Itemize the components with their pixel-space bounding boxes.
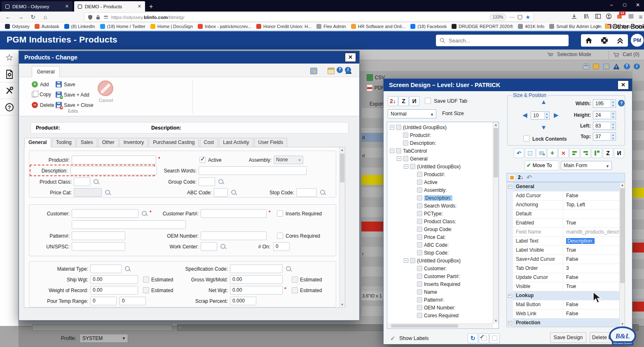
selected-value[interactable]: Description: [566, 238, 595, 244]
tree-horizontal-scrollbar[interactable] [388, 323, 493, 328]
height-input[interactable]: 24▲▼ [593, 111, 616, 119]
property-row[interactable]: Web LinkFalse [507, 309, 619, 319]
tree-checkbox[interactable] [403, 132, 408, 138]
tree-checkbox[interactable] [417, 203, 422, 208]
new-tab-button[interactable]: + [149, 1, 153, 12]
property-row[interactable]: Tab Order3 [507, 264, 619, 273]
app-search[interactable] [436, 35, 569, 46]
sidebar-help-button[interactable]: ? [0, 99, 19, 116]
reverse-order-button[interactable]: И [409, 96, 419, 106]
tree-checkbox[interactable] [417, 195, 422, 201]
reload-icon[interactable]: ↻ [28, 13, 38, 21]
num-on-input[interactable]: 0 [273, 242, 290, 251]
collapse-icon[interactable]: − [397, 156, 401, 161]
save-design-button[interactable]: Save Design [550, 332, 586, 343]
property-row[interactable]: Label TextDescription: [507, 237, 619, 246]
tree-checkbox[interactable] [396, 148, 401, 153]
nudge-down-icon[interactable]: ▼ [541, 125, 547, 130]
top-input[interactable]: 37▲▼ [593, 132, 616, 141]
tree-item[interactable]: Description: [388, 139, 493, 147]
marquee-select-icon[interactable] [525, 148, 535, 158]
reverse-z-order-icon[interactable]: И [614, 148, 624, 158]
selection-mode-button[interactable]: Selection Mode [557, 52, 591, 57]
bookmark-star-icon[interactable]: ★ [525, 14, 530, 20]
scrap-percent-input[interactable]: 0.000 [230, 297, 256, 305]
form-tab-other[interactable]: Other [98, 138, 119, 147]
uncheck-all-button[interactable] [489, 333, 500, 343]
property-category[interactable]: −Protection [507, 319, 619, 327]
align-left-icon[interactable] [569, 148, 580, 158]
tree-item[interactable]: Pattern#: [388, 296, 493, 304]
refresh-button[interactable]: ↻ [468, 333, 478, 343]
page-actions-icon[interactable]: ⋯ [509, 14, 515, 20]
help-icon[interactable]: ? [624, 64, 630, 69]
work-center-input[interactable] [201, 242, 217, 251]
property-value[interactable]: True [563, 219, 619, 227]
tree-checkbox[interactable] [417, 227, 422, 232]
pour-temp-high-input[interactable]: 0 [119, 297, 146, 305]
property-row[interactable]: VisibleTrue [507, 282, 619, 291]
spinner[interactable]: ▲▼ [611, 100, 615, 107]
tree-item[interactable]: Cores Required [388, 312, 493, 319]
tree-checkbox[interactable] [417, 297, 422, 302]
support-icon[interactable] [600, 36, 609, 45]
grid-row-yellow[interactable] [361, 175, 385, 185]
sidebar-favorites-button[interactable]: ☆ [0, 50, 19, 66]
assembly-select[interactable]: None [274, 156, 303, 164]
nudge-right-icon[interactable]: ▶ [554, 112, 559, 118]
save-close-button[interactable]: ✕Save + Close [56, 102, 94, 108]
property-scrollbar[interactable]: ▲ ▼ [619, 182, 625, 327]
screenshot-icon[interactable] [310, 68, 317, 74]
collapse-icon[interactable]: − [508, 185, 512, 189]
tree-item[interactable]: Customer Part#: [388, 272, 493, 280]
sidebar-settings-button[interactable] [0, 66, 19, 83]
home-icon[interactable]: ⌂ [40, 13, 50, 21]
property-value[interactable]: False [563, 300, 619, 309]
csv-export-button[interactable]: CSV [367, 73, 385, 81]
tree-checkbox[interactable] [403, 156, 408, 161]
form-tab-user-fields[interactable]: User Fields [254, 138, 288, 147]
sidebar-toggle-icon[interactable] [593, 13, 602, 21]
tree-item[interactable]: Price Cat: [388, 233, 493, 241]
scroll-up-icon[interactable]: ▲ [340, 147, 345, 153]
unspsc-input[interactable] [72, 242, 125, 251]
form-tab-sales[interactable]: Sales [77, 138, 97, 147]
bookmark-item[interactable]: Honor Credit Union: H... [254, 24, 314, 29]
tree-item[interactable]: OEM Number: [388, 304, 493, 312]
bookmark-item[interactable]: 401K Info [515, 24, 547, 29]
account-icon[interactable] [569, 13, 578, 21]
oem-number-input[interactable] [201, 231, 267, 240]
net-estimated-checkbox[interactable] [292, 287, 298, 293]
pdf-export-button[interactable]: PDF [367, 84, 384, 91]
tree-item[interactable]: Product#: [388, 131, 493, 139]
bookmark-item[interactable]: (8) LinkedIn [62, 24, 98, 29]
library-icon[interactable] [582, 13, 591, 21]
customer-input[interactable] [72, 209, 138, 218]
zoom-badge[interactable]: 133% [489, 14, 507, 21]
lookup-icon[interactable] [93, 178, 100, 185]
tree-item[interactable]: −(Untitled GroupBox) [388, 257, 493, 264]
ribbon-tab-general[interactable]: General [32, 66, 60, 77]
scroll-thumb[interactable] [340, 153, 344, 182]
pattern-input[interactable] [72, 231, 125, 240]
scroll-up-icon[interactable]: ▲ [493, 122, 499, 127]
bookmark-item[interactable]: (18) Facebook [408, 24, 449, 29]
alert-icon[interactable] [613, 64, 620, 69]
lookup-icon[interactable] [285, 265, 292, 272]
info-icon[interactable]: i [634, 64, 640, 69]
property-value[interactable]: Top, Left [563, 201, 619, 209]
vertical-scrollbar[interactable]: ▲ ▼ [339, 147, 345, 307]
tree-item[interactable]: Stop Code: [388, 249, 493, 257]
price-cat-input[interactable] [74, 188, 102, 197]
weight-record-input[interactable]: 0.00 [90, 286, 138, 295]
net-wgt-input[interactable]: 0.00 [230, 286, 283, 295]
tree-item[interactable]: Description: [388, 194, 493, 202]
property-row[interactable]: EnabledTrue [507, 219, 619, 228]
tree-checkbox[interactable] [417, 313, 422, 318]
tree-item[interactable]: −TabControl [388, 147, 493, 155]
cart-button[interactable]: Cart (0) [623, 52, 639, 57]
tree-item[interactable]: ABC Code: [388, 241, 493, 249]
lookup-icon[interactable] [220, 243, 227, 250]
tree-item[interactable]: Assembly: [388, 186, 493, 194]
group-code-input[interactable] [199, 177, 215, 186]
